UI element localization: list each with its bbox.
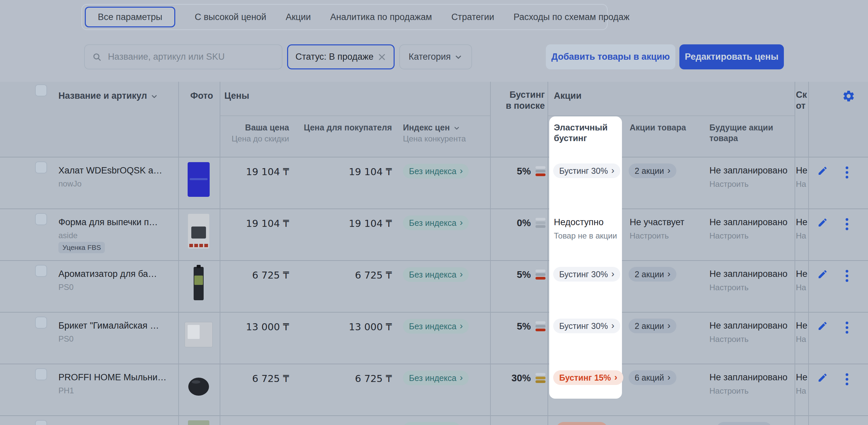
elastic-boost-chip[interactable]: [556, 422, 608, 425]
subheader-price-index[interactable]: Индекс цен: [403, 122, 460, 133]
product-sku: nowJo: [58, 179, 82, 189]
row-checkbox[interactable]: [35, 265, 47, 277]
column-header-promos-group: Акции: [554, 91, 582, 101]
chevron-right-icon: ›: [460, 269, 463, 279]
product-name: Форма для выпечки п…: [58, 217, 158, 228]
buyer-price-value: 6 725 ₸: [355, 373, 392, 384]
boost-level-icon: [535, 321, 546, 331]
row-checkbox[interactable]: [35, 213, 47, 225]
category-filter-dropdown[interactable]: Категория: [399, 44, 472, 69]
search-icon: [92, 52, 102, 62]
pencil-icon: [817, 165, 828, 176]
tab-high-price[interactable]: С высокой ценой: [195, 12, 266, 22]
close-icon[interactable]: [378, 53, 386, 61]
search-input[interactable]: [107, 52, 274, 62]
subheader-your-price: Ваша цена: [245, 122, 289, 133]
tab-sales-scheme-costs[interactable]: Расходы по схемам продаж: [514, 12, 629, 22]
promos-chip[interactable]: 2 акции›: [629, 267, 676, 282]
elastic-boost-chip[interactable]: Бустинг 30%›: [553, 319, 620, 333]
table-row: Ароматизатор для ба… PS0 6 725 ₸ 6 725 ₸…: [0, 261, 868, 313]
edit-prices-button[interactable]: Редактировать цены: [679, 44, 784, 69]
future-promos-status: Не запланировано: [709, 321, 787, 331]
promos-configure-link[interactable]: Настроить: [630, 231, 669, 240]
price-index-chip[interactable]: Без индекса ›: [403, 267, 469, 282]
elastic-boost-chip[interactable]: Бустинг 30%›: [553, 267, 620, 282]
edit-price-button[interactable]: [817, 269, 828, 280]
edit-price-button[interactable]: [817, 217, 828, 228]
future-promos-configure-link[interactable]: Настроить: [709, 386, 748, 396]
edit-price-button[interactable]: [817, 165, 828, 176]
chevron-down-icon: [454, 53, 463, 61]
boost-level-icon: [535, 269, 546, 280]
future-promos-configure-link[interactable]: Настроить: [709, 283, 748, 292]
future-promos-configure-link[interactable]: Настроить: [709, 231, 748, 240]
table-row-partial: [0, 416, 868, 425]
promos-chip[interactable]: 2 акции›: [629, 163, 676, 178]
tab-sales-analytics[interactable]: Аналитика по продажам: [330, 12, 432, 22]
add-to-promotion-button[interactable]: Добавить товары в акцию: [546, 44, 675, 69]
chevron-right-icon: ›: [611, 269, 614, 279]
edit-price-button[interactable]: [817, 372, 828, 383]
tab-all-parameters[interactable]: Все параметры: [85, 7, 175, 27]
row-checkbox[interactable]: [35, 161, 47, 173]
chevron-right-icon: ›: [460, 321, 463, 331]
pencil-icon: [817, 269, 828, 280]
row-menu-button[interactable]: [846, 166, 848, 178]
row-menu-button[interactable]: [846, 373, 848, 385]
markdown-fbs-badge: Уценка FBS: [58, 242, 105, 253]
status-filter-chip[interactable]: Статус: В продаже: [287, 44, 395, 69]
your-price-value: 6 725 ₸: [252, 373, 289, 384]
elastic-status-note: Товар не в акции: [554, 231, 617, 240]
tab-strategies[interactable]: Стратегии: [452, 12, 494, 22]
product-sku: aside: [58, 231, 78, 240]
clipped-column-cell: Не На: [796, 209, 808, 260]
price-index-chip[interactable]: Без индекса ›: [403, 319, 469, 334]
pencil-icon: [817, 372, 828, 383]
boost-percent: 5%: [517, 269, 531, 280]
row-menu-button[interactable]: [846, 322, 848, 334]
column-header-photo: Фото: [190, 91, 213, 101]
search-box[interactable]: [84, 44, 282, 69]
your-price-value: 13 000 ₸: [246, 321, 289, 333]
elastic-boosting-cell: Бустинг 30%›: [549, 158, 622, 208]
product-promos-cell: 2 акции›: [629, 313, 705, 364]
search-boost-cell: 5%: [517, 267, 546, 282]
row-menu-button[interactable]: [846, 270, 848, 282]
elastic-boost-chip[interactable]: Бустинг 30%›: [553, 163, 620, 178]
column-header-clipped: Ск от: [796, 89, 807, 111]
row-menu-button[interactable]: [846, 218, 848, 230]
clipped-column-cell: Не На: [796, 158, 808, 208]
promos-chip[interactable]: 6 акций›: [629, 370, 676, 385]
product-promos-cell: Не участвуетНастроить: [629, 209, 705, 260]
row-checkbox[interactable]: [35, 420, 47, 425]
search-boost-cell: 5%: [517, 319, 546, 334]
tab-promotions[interactable]: Акции: [286, 12, 311, 22]
product-name: PROFFI HOME Мыльни…: [58, 372, 166, 383]
clipped-column-cell: Не На: [796, 261, 808, 312]
elastic-boost-chip[interactable]: Бустинг 15%›: [553, 370, 623, 385]
column-header-name[interactable]: Название и артикул: [58, 91, 158, 101]
product-photo: [182, 266, 215, 303]
price-index-chip[interactable]: Без индекса ›: [403, 164, 469, 178]
row-checkbox[interactable]: [35, 368, 47, 380]
edit-price-button[interactable]: [817, 321, 828, 331]
product-sku: PS0: [58, 283, 73, 292]
price-index-chip[interactable]: Без индекса ›: [403, 216, 469, 230]
select-all-checkbox[interactable]: [35, 85, 47, 96]
buyer-price-value: 19 104 ₸: [349, 166, 392, 177]
table-row: PROFFI HOME Мыльни… PH1 6 725 ₸ 6 725 ₸ …: [0, 364, 868, 416]
column-header-prices-group: Цены: [224, 91, 249, 101]
row-checkbox[interactable]: [35, 317, 47, 329]
future-promos-configure-link[interactable]: Настроить: [709, 335, 748, 344]
tab-label: Все параметры: [98, 12, 162, 22]
table-settings-gear-button[interactable]: [842, 89, 855, 103]
promos-chip[interactable]: 2 акции›: [629, 319, 676, 333]
price-index-chip[interactable]: Без индекса ›: [403, 371, 469, 385]
elastic-boosting-cell: НедоступноТовар не в акции: [549, 209, 622, 260]
search-boost-cell: 0%: [517, 216, 546, 230]
price-index-chip[interactable]: [403, 422, 460, 425]
future-promos-configure-link[interactable]: Настроить: [709, 179, 748, 189]
promos-chip[interactable]: [716, 422, 772, 425]
tabs-bar: Все параметры С высокой ценой Акции Анал…: [82, 4, 608, 30]
boost-percent: 5%: [517, 166, 531, 177]
